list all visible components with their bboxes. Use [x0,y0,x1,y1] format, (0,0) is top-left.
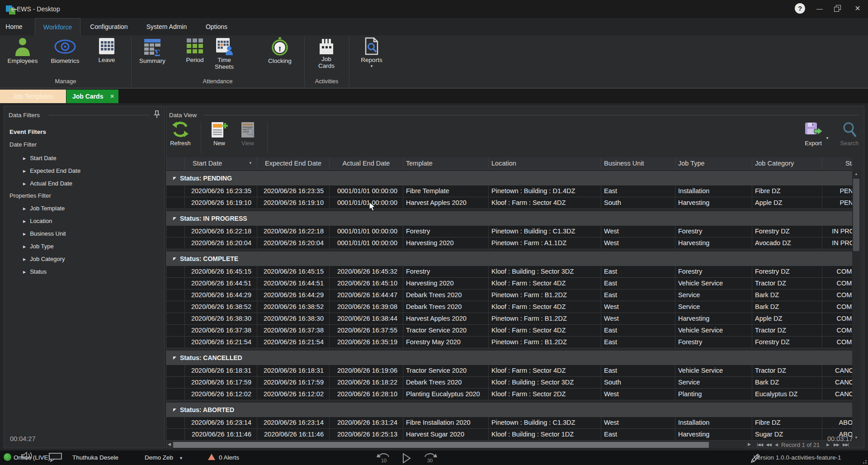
biometrics-button[interactable]: Biometrics [47,37,83,64]
table-row[interactable]: 2020/06/26 16:11:462020/06/26 16:11:4620… [166,429,852,441]
export-dropdown-icon[interactable]: ▼ [826,136,829,140]
table-row[interactable]: 2020/06/26 16:44:292020/06/26 16:44:2920… [166,289,852,301]
nav-prev-page-icon[interactable]: ◀◀ [766,442,771,447]
table-row[interactable]: 2020/06/26 16:22:182020/06/26 16:22:1800… [166,226,852,237]
filter-expected-end-date[interactable]: ▶Expected End Date [23,167,80,176]
filter-job-template[interactable]: ▶Job Template [23,204,65,214]
column-header-expected-end-date[interactable]: Expected End Date [257,157,330,170]
column-header-status[interactable]: Status [822,157,852,170]
expand-arrow-icon[interactable]: ▶ [23,169,26,173]
column-header-business-unit[interactable]: Business Unit [601,157,675,170]
column-header-start-date[interactable]: Start Date▼ [185,157,257,170]
group-row[interactable]: ◤Status: COMPLETE [166,251,852,266]
group-row[interactable]: ◤Status: IN PROGRESS [166,211,852,226]
skip-forward-icon[interactable]: 30 [422,453,438,464]
restore-icon[interactable] [831,3,844,14]
skip-back-icon[interactable]: 10 [376,453,392,464]
group-row[interactable]: ◤Status: ABORTED [166,403,852,417]
scroll-down-icon[interactable]: ▼ [852,436,860,440]
table-row[interactable]: 2020/06/26 16:23:352020/06/26 16:23:3500… [166,185,852,197]
table-row[interactable]: 2020/06/26 16:45:152020/06/26 16:45:1520… [166,266,852,278]
menu-workforce[interactable]: Workforce [35,18,80,35]
group-row[interactable]: ◤Status: PENDING [166,171,852,185]
scroll-right-icon[interactable]: ▶ [748,442,751,446]
vertical-scrollbar[interactable]: ▲ ▼ [852,171,860,441]
close-icon[interactable]: ✕ [851,3,864,14]
company-dropdown-icon[interactable]: ▼ [179,456,183,460]
expand-arrow-icon[interactable]: ▶ [23,270,26,274]
table-row[interactable]: 2020/06/26 16:37:382020/06/26 16:37:3820… [166,325,852,337]
table-row[interactable]: 2020/06/26 16:19:102020/06/26 16:19:1000… [166,197,852,209]
nav-next-icon[interactable]: ▶ [826,442,829,447]
expand-arrow-icon[interactable]: ▶ [23,157,26,161]
table-row[interactable]: 2020/06/26 16:23:142020/06/26 16:23:1420… [166,417,852,429]
minimize-icon[interactable]: — [813,3,826,14]
leave-button[interactable]: Leave [90,37,124,63]
tab-close-icon[interactable]: ✕ [110,90,114,103]
collapse-icon[interactable]: ◤ [173,211,176,226]
expand-arrow-icon[interactable]: ▶ [23,182,26,186]
nav-first-icon[interactable]: |◀◀ [757,442,763,447]
group-row[interactable]: ◤Status: CANCELLED [166,351,852,365]
reports-button[interactable]: Reports ▼ [354,37,390,68]
scroll-left-icon[interactable]: ◀ [168,442,171,446]
table-row[interactable]: 2020/06/26 16:18:312020/06/26 16:18:3120… [166,365,852,377]
export-button[interactable]: Export [798,120,828,154]
expand-arrow-icon[interactable]: ▶ [23,207,26,211]
scroll-up-icon[interactable]: ▲ [852,172,860,176]
menu-configuration[interactable]: Configuration [80,18,137,35]
timesheets-button[interactable]: TimeSheets [207,37,241,70]
expand-arrow-icon[interactable]: ▶ [23,219,26,223]
summary-button[interactable]: Σ Summary [135,37,170,64]
expand-arrow-icon[interactable]: ▶ [23,232,26,236]
refresh-button[interactable]: Refresh [165,120,195,154]
company-selector[interactable]: Demo Zeb [145,454,173,461]
column-header-job-category[interactable]: Job Category [752,157,822,170]
filter-business-unit[interactable]: ▶Business Unit [23,230,66,239]
expand-arrow-icon[interactable]: ▶ [23,245,26,249]
menu-system-admin[interactable]: System Admin [137,18,196,35]
expand-arrow-icon[interactable]: ▶ [23,257,26,261]
table-row[interactable]: 2020/06/26 16:38:302020/06/26 16:38:3020… [166,313,852,325]
help-icon[interactable]: ? [795,3,805,14]
search-button[interactable]: Search [835,120,864,154]
job-cards-button[interactable]: JobCards [309,37,344,69]
collapse-icon[interactable]: ◤ [173,351,176,365]
horizontal-scrollbar[interactable] [172,441,745,448]
menu-home[interactable]: Home [0,18,28,35]
collapse-icon[interactable]: ◤ [173,171,176,185]
table-row[interactable]: 2020/06/26 16:12:022020/06/26 16:12:0220… [166,389,852,400]
collapse-icon[interactable]: ◤ [173,251,176,266]
horizontal-scrollbar-thumb[interactable] [173,442,709,448]
table-row[interactable]: 2020/06/26 16:21:542020/06/26 16:21:5420… [166,337,852,348]
nav-next-page-icon[interactable]: ▶▶ [834,442,839,447]
employees-button[interactable]: Employees [5,37,41,64]
column-header-location[interactable]: Location [489,157,601,170]
view-button[interactable]: View [233,120,263,154]
vertical-scrollbar-thumb[interactable] [853,179,859,251]
filter-start-date[interactable]: ▶Start Date [23,154,57,163]
table-row[interactable]: 2020/06/26 16:20:042020/06/26 16:20:0400… [166,237,852,249]
nav-prev-icon[interactable]: ◀ [775,442,778,447]
play-icon[interactable] [401,453,411,464]
menu-options[interactable]: Options [196,18,237,35]
filter-date-filter[interactable]: Date Filter [9,141,37,149]
new-button[interactable]: New [204,120,234,154]
column-header-job-type[interactable]: Job Type [675,157,752,170]
table-row[interactable]: 2020/06/26 16:17:592020/06/26 16:17:5920… [166,377,852,389]
tab-job-templates[interactable]: Job Templates [0,90,66,103]
alerts-count[interactable]: 0 Alerts [219,454,239,461]
column-header-template[interactable]: Template [403,157,489,170]
tab-job-cards[interactable]: Job Cards✕ [66,90,118,103]
pin-icon[interactable] [153,110,160,119]
collapse-icon[interactable]: ◤ [173,403,176,417]
filter-location[interactable]: ▶Location [23,217,52,226]
table-row[interactable]: 2020/06/26 16:44:512020/06/26 16:44:5120… [166,278,852,289]
filter-event-filters[interactable]: Event Filters [9,128,46,136]
table-row[interactable]: 2020/06/26 16:38:522020/06/26 16:38:5220… [166,301,852,313]
clocking-button[interactable]: Clocking [262,37,297,64]
column-header-actual-end-date[interactable]: Actual End Date [330,157,403,170]
filter-status[interactable]: ▶Status [23,268,47,277]
filter-properties-filter[interactable]: Properties Filter [9,192,51,200]
filter-actual-end-date[interactable]: ▶Actual End Date [23,180,72,189]
